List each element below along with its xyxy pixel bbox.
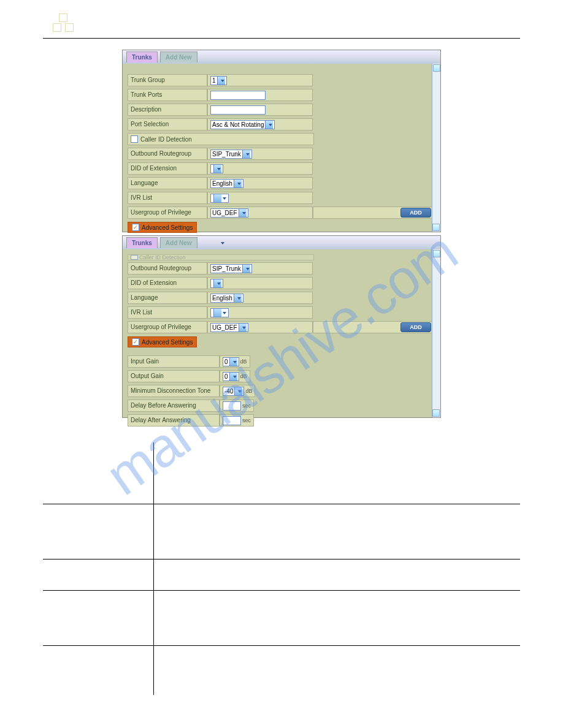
table-row bbox=[153, 559, 520, 591]
select-output-gain[interactable]: 0 bbox=[223, 372, 239, 381]
label-caller-id: Caller ID Detection bbox=[140, 136, 192, 143]
label-ivr: IVR List bbox=[128, 192, 207, 204]
logo-icon bbox=[49, 12, 80, 37]
label-did: DID of Extension bbox=[128, 162, 207, 175]
advanced-settings-toggle[interactable]: ✓ Advanced Settings bbox=[128, 336, 197, 347]
select-port-selection[interactable]: Asc & Not Rotating bbox=[210, 120, 275, 129]
tab-trunks[interactable]: Trunks bbox=[126, 51, 158, 63]
label-delay-before: Delay Before Answering bbox=[128, 400, 220, 412]
label-outbound: Outbound Routegroup bbox=[128, 148, 207, 160]
checkbox-advanced[interactable]: ✓ bbox=[132, 338, 139, 346]
checkbox-caller-id[interactable] bbox=[131, 135, 138, 143]
label-ivr: IVR List bbox=[128, 306, 207, 319]
label-input-gain: Input Gain bbox=[128, 355, 220, 368]
unit-db: dB bbox=[245, 388, 252, 394]
select-input-gain[interactable]: 0 bbox=[223, 357, 239, 366]
label-language: Language bbox=[128, 292, 207, 304]
select-did[interactable] bbox=[210, 279, 223, 288]
divider bbox=[43, 38, 520, 39]
scrollbar[interactable] bbox=[432, 64, 440, 232]
tab-bar: Trunks Add New bbox=[123, 236, 440, 249]
add-button[interactable]: ADD bbox=[400, 322, 431, 332]
scroll-down-icon[interactable] bbox=[432, 224, 440, 231]
table-row bbox=[43, 504, 153, 559]
field-description-table bbox=[43, 442, 520, 695]
label-usergroup: Usergroup of Privilege bbox=[128, 207, 207, 219]
page: Trunks Add New Trunk Group 1 Trunk Ports… bbox=[0, 0, 563, 707]
table-header-desc bbox=[153, 442, 520, 473]
label-port-selection: Port Selection bbox=[128, 118, 207, 131]
input-delay-before[interactable] bbox=[223, 401, 241, 411]
select-usergroup[interactable]: UG_DEF bbox=[210, 323, 248, 332]
select-did[interactable] bbox=[210, 164, 223, 173]
table-header-field bbox=[43, 442, 153, 473]
label-usergroup: Usergroup of Privilege bbox=[128, 321, 207, 333]
select-language[interactable]: English bbox=[210, 294, 243, 303]
select-trunk-group[interactable]: 1 bbox=[210, 76, 227, 85]
label-trunk-group: Trunk Group bbox=[128, 74, 207, 86]
table-row bbox=[43, 591, 153, 646]
select-min-disc[interactable]: -40 bbox=[223, 387, 244, 396]
checkbox-advanced[interactable]: ✓ bbox=[132, 224, 139, 231]
screenshot-trunks-top: Trunks Add New Trunk Group 1 Trunk Ports… bbox=[122, 50, 441, 232]
input-description[interactable] bbox=[210, 105, 266, 115]
screenshot-trunks-bottom: Trunks Add New Caller ID Detection Outbo… bbox=[122, 235, 441, 418]
label-outbound: Outbound Routegroup bbox=[128, 262, 207, 275]
table-row bbox=[43, 473, 153, 504]
scrollbar[interactable] bbox=[432, 249, 440, 417]
tab-add-new[interactable]: Add New bbox=[160, 51, 197, 63]
select-usergroup[interactable]: UG_DEF bbox=[210, 208, 248, 218]
advanced-settings-toggle[interactable]: ✓ Advanced Settings bbox=[128, 222, 197, 233]
scroll-up-icon[interactable] bbox=[433, 250, 440, 257]
unit-sec: sec bbox=[242, 417, 251, 423]
label-output-gain: Output Gain bbox=[128, 370, 220, 382]
tab-add-new[interactable]: Add New bbox=[160, 237, 197, 248]
tab-trunks[interactable]: Trunks bbox=[126, 237, 158, 248]
label-description: Description bbox=[128, 104, 207, 116]
select-ivr[interactable] bbox=[210, 308, 229, 317]
table-row bbox=[153, 504, 520, 559]
checkbox-caller-id-partial[interactable] bbox=[131, 255, 138, 260]
select-outbound[interactable]: SIP_Trunk bbox=[210, 264, 252, 273]
unit-db: dB bbox=[240, 358, 247, 365]
label-delay-after: Delay After Answering bbox=[128, 414, 220, 427]
select-ivr[interactable] bbox=[210, 194, 229, 203]
input-delay-after[interactable] bbox=[223, 416, 241, 425]
label-min-disc: Minimum Disconnection Tone bbox=[128, 385, 220, 397]
input-trunk-ports[interactable] bbox=[210, 91, 266, 100]
select-language[interactable]: English bbox=[210, 179, 243, 188]
label-did: DID of Extension bbox=[128, 277, 207, 289]
label-trunk-ports: Trunk Ports bbox=[128, 89, 207, 101]
table-row bbox=[43, 559, 153, 591]
scroll-up-icon[interactable] bbox=[433, 64, 440, 72]
unit-sec: sec bbox=[242, 403, 251, 409]
select-outbound[interactable]: SIP_Trunk bbox=[210, 150, 252, 159]
table-row bbox=[153, 591, 520, 646]
add-button[interactable]: ADD bbox=[400, 208, 431, 218]
label-language: Language bbox=[128, 177, 207, 189]
table-row bbox=[153, 473, 520, 504]
unit-db: dB bbox=[240, 373, 247, 379]
tab-bar: Trunks Add New bbox=[123, 50, 440, 64]
scroll-down-icon[interactable] bbox=[432, 409, 440, 417]
